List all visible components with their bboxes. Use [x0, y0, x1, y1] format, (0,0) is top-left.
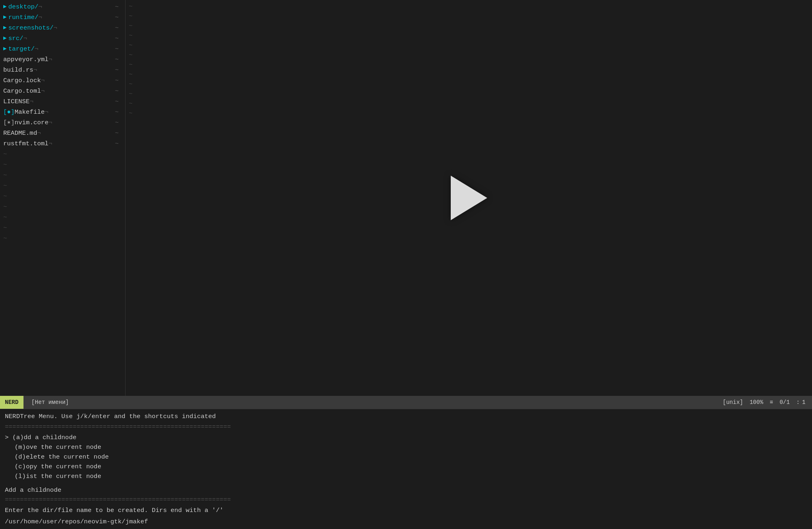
menu-item-copy[interactable]: (c)opy the current node: [13, 462, 807, 472]
editor-tilde-line-1: ~: [129, 2, 132, 11]
menu-item-list[interactable]: (l)ist the current node: [13, 472, 807, 481]
nerdtree-item-buildrs[interactable]: build.rs¬ ~: [0, 65, 125, 75]
nerdtree-item-makefile[interactable]: [●]Makefile¬ ~: [0, 107, 125, 117]
file-label-cargolock: Cargo.lock: [3, 76, 41, 85]
tilde-cargotoml: ~: [115, 86, 122, 96]
editor-tilde-line-4: ~: [129, 31, 132, 40]
main-area: ▶ desktop/¬ ~ ▶ runtime/¬ ~ ▶ screenshot…: [0, 0, 812, 396]
nerdtree-pane: ▶ desktop/¬ ~ ▶ runtime/¬ ~ ▶ screenshot…: [0, 0, 126, 396]
nerdtree-item-runtime[interactable]: ▶ runtime/¬ ~: [0, 12, 125, 23]
trailing-license: ¬: [30, 97, 33, 106]
tilde-buildrs: ~: [115, 65, 122, 75]
prompt-path[interactable]: /usr/home/user/repos/neovim-gtk/jmakef: [5, 517, 807, 527]
status-equals-icon: ≡: [770, 399, 773, 406]
trailing-rustfmt: ¬: [49, 139, 52, 149]
bracket-open-nvimcore: [: [3, 118, 7, 127]
dir-label-target: target/: [8, 44, 34, 54]
separator-bottom: ========================================…: [5, 495, 807, 505]
arrow-icon-src: ▶: [3, 34, 6, 43]
trailing-src: ¬: [23, 34, 27, 43]
status-mode-label: NERD: [0, 396, 23, 409]
section-title: Add a childnode: [5, 485, 807, 495]
trailing-buildrs: ¬: [33, 65, 37, 75]
nerdtree-item-license[interactable]: LICENSE¬ ~: [0, 96, 125, 107]
nerdtree-item-readme[interactable]: README.md¬ ~: [0, 128, 125, 138]
editor-tilde-line-10: ~: [129, 89, 132, 99]
editor-tilde-line-7: ~: [129, 60, 132, 70]
file-label-license: LICENSE: [3, 97, 30, 106]
menu-item-add[interactable]: (a)dd a childnode: [13, 434, 77, 441]
editor-tilde-line-9: ~: [129, 79, 132, 89]
menu-selected-indicator: >: [5, 434, 13, 441]
nerdtree-tilde-1: ~: [0, 149, 125, 159]
nerdtree-item-target[interactable]: ▶ target/¬ ~: [0, 44, 125, 54]
star-nvimcore: ✶: [7, 118, 11, 127]
nerdtree-item-rustfmt[interactable]: rustfmt.toml¬ ~: [0, 138, 125, 149]
tilde-target: ~: [115, 44, 122, 54]
editor-tilde-line-12: ~: [129, 108, 132, 118]
play-button-overlay: [451, 176, 487, 220]
nerdtree-tilde-3: ~: [0, 170, 125, 181]
bracket-close-makefile: ]: [11, 107, 15, 117]
file-label-makefile: Makefile: [15, 107, 45, 117]
file-label-cargotoml: Cargo.toml: [3, 86, 41, 96]
editor-tilde-line-5: ~: [129, 40, 132, 50]
editor-tilde-line-8: ~: [129, 70, 132, 79]
status-right: [unix] 100% ≡ 0/1 : 1: [723, 399, 812, 406]
editor-pane: ~ ~ ~ ~ ~ ~ ~ ~ ~ ~ ~ ~: [126, 0, 812, 396]
nerdtree-item-cargolock[interactable]: Cargo.lock¬ ~: [0, 75, 125, 86]
tilde-desktop: ~: [115, 2, 122, 12]
tilde-nvimcore: ~: [115, 118, 122, 127]
trailing-nvimcore: ¬: [49, 118, 52, 127]
arrow-icon-desktop: ▶: [3, 2, 6, 11]
trailing-readme: ¬: [37, 128, 41, 138]
dir-label-desktop: desktop/: [8, 2, 38, 12]
nerdtree-item-src[interactable]: ▶ src/¬ ~: [0, 33, 125, 44]
trailing-cargolock: ¬: [41, 76, 45, 85]
file-label-rustfmt: rustfmt.toml: [3, 139, 49, 149]
dir-label-runtime: runtime/: [8, 13, 38, 22]
trailing-desktop: ¬: [38, 2, 42, 12]
nerdtree-item-cargotoml[interactable]: Cargo.toml¬ ~: [0, 86, 125, 96]
separator-top: ========================================…: [5, 422, 807, 432]
dir-label-screenshots: screenshots/: [8, 23, 53, 33]
editor-tilde-line-2: ~: [129, 11, 132, 21]
trailing-appveyor: ¬: [49, 55, 52, 64]
nerdtree-tilde-8: ~: [0, 223, 125, 233]
trailing-runtime: ¬: [38, 13, 42, 22]
status-col-num: 1: [802, 399, 806, 406]
status-file-format: [unix]: [723, 399, 743, 406]
nerdtree-tilde-4: ~: [0, 181, 125, 191]
tilde-appveyor: ~: [115, 55, 122, 64]
nerdtree-tilde-5: ~: [0, 191, 125, 202]
dir-label-src: src/: [8, 34, 23, 43]
menu-item-delete[interactable]: (d)elete the current node: [13, 452, 807, 462]
nerdtree-item-appveyor[interactable]: appveyor.yml¬ ~: [0, 54, 125, 65]
nerdtree-item-screenshots[interactable]: ▶ screenshots/¬ ~: [0, 23, 125, 33]
trailing-target: ¬: [35, 44, 38, 54]
file-label-appveyor: appveyor.yml: [3, 55, 49, 64]
nerdtree-item-desktop[interactable]: ▶ desktop/¬ ~: [0, 2, 125, 12]
nerdtree-tilde-2: ~: [0, 159, 125, 170]
status-col-label: :: [796, 399, 799, 406]
play-triangle-icon: [451, 176, 487, 220]
tilde-screenshots: ~: [115, 23, 122, 33]
tilde-runtime: ~: [115, 13, 122, 22]
menu-item-move[interactable]: (m)ove the current node: [13, 442, 807, 452]
tilde-readme: ~: [115, 128, 122, 138]
editor-tilde-line-3: ~: [129, 21, 132, 31]
bottom-panel: NERDTree Menu. Use j/k/enter and the sho…: [0, 409, 812, 529]
nerdtree-tilde-9: ~: [0, 233, 125, 244]
arrow-icon-screenshots: ▶: [3, 23, 6, 32]
bracket-open-makefile: [: [3, 107, 7, 117]
dot-makefile: ●: [7, 107, 11, 117]
status-filename: [Нет имени]: [23, 399, 77, 406]
editor-container: ▶ desktop/¬ ~ ▶ runtime/¬ ~ ▶ screenshot…: [0, 0, 812, 529]
editor-tilde-lines: ~ ~ ~ ~ ~ ~ ~ ~ ~ ~ ~ ~: [126, 0, 136, 120]
trailing-makefile: ¬: [45, 107, 48, 117]
editor-tilde-line-6: ~: [129, 50, 132, 60]
nerdtree-tilde-6: ~: [0, 202, 125, 212]
nerdtree-item-nvimcore[interactable]: [✶]nvim.core¬ ~: [0, 117, 125, 128]
file-label-buildrs: build.rs: [3, 65, 33, 75]
file-label-readme: README.md: [3, 128, 37, 138]
